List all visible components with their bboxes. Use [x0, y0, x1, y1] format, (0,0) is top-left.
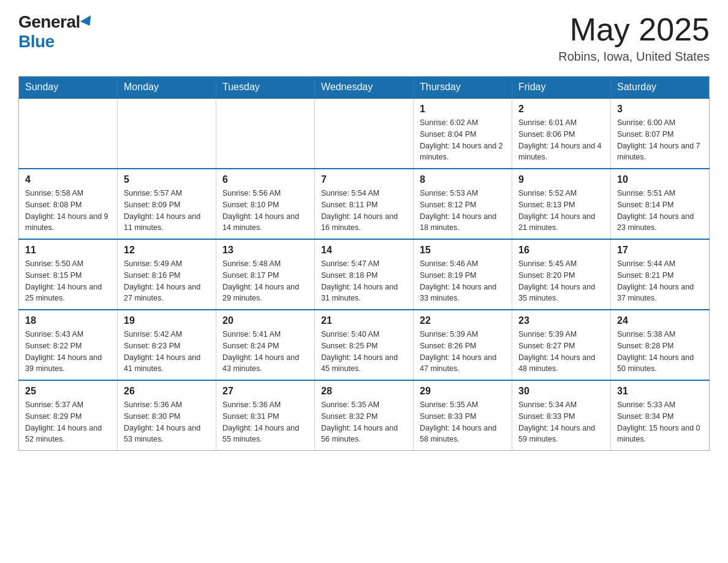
day-info: Sunrise: 5:37 AMSunset: 8:29 PMDaylight:…	[25, 399, 111, 445]
calendar-cell: 8Sunrise: 5:53 AMSunset: 8:12 PMDaylight…	[414, 169, 512, 239]
day-info: Sunrise: 5:57 AMSunset: 8:09 PMDaylight:…	[124, 188, 210, 234]
day-info: Sunrise: 5:35 AMSunset: 8:32 PMDaylight:…	[321, 399, 407, 445]
calendar-cell	[118, 98, 216, 169]
day-number: 23	[518, 315, 604, 326]
day-number: 31	[617, 386, 703, 397]
calendar-cell	[216, 98, 315, 169]
day-info: Sunrise: 5:42 AMSunset: 8:23 PMDaylight:…	[124, 329, 210, 375]
calendar-cell: 7Sunrise: 5:54 AMSunset: 8:11 PMDaylight…	[315, 169, 414, 239]
day-number: 29	[420, 386, 506, 397]
calendar-cell: 9Sunrise: 5:52 AMSunset: 8:13 PMDaylight…	[512, 169, 611, 239]
day-info: Sunrise: 5:49 AMSunset: 8:16 PMDaylight:…	[124, 258, 210, 304]
calendar-week-3: 11Sunrise: 5:50 AMSunset: 8:15 PMDayligh…	[19, 239, 710, 310]
calendar-week-4: 18Sunrise: 5:43 AMSunset: 8:22 PMDayligh…	[19, 310, 710, 380]
title-section: May 2025 Robins, Iowa, United States	[558, 12, 710, 64]
calendar-cell: 19Sunrise: 5:42 AMSunset: 8:23 PMDayligh…	[118, 310, 216, 380]
day-info: Sunrise: 5:46 AMSunset: 8:19 PMDaylight:…	[420, 258, 506, 304]
day-info: Sunrise: 5:48 AMSunset: 8:17 PMDaylight:…	[222, 258, 308, 304]
calendar-header-saturday: Saturday	[611, 77, 710, 99]
calendar-week-5: 25Sunrise: 5:37 AMSunset: 8:29 PMDayligh…	[19, 380, 710, 451]
day-info: Sunrise: 5:43 AMSunset: 8:22 PMDaylight:…	[25, 329, 111, 375]
day-number: 9	[518, 174, 604, 185]
day-number: 27	[222, 386, 308, 397]
day-number: 17	[617, 245, 703, 256]
calendar-cell: 16Sunrise: 5:45 AMSunset: 8:20 PMDayligh…	[512, 239, 611, 310]
calendar-cell: 2Sunrise: 6:01 AMSunset: 8:06 PMDaylight…	[512, 98, 611, 169]
day-info: Sunrise: 5:53 AMSunset: 8:12 PMDaylight:…	[420, 188, 506, 234]
logo: General Blue	[18, 12, 94, 52]
month-title: May 2025	[558, 12, 710, 47]
day-number: 10	[617, 174, 703, 185]
calendar-cell: 13Sunrise: 5:48 AMSunset: 8:17 PMDayligh…	[216, 239, 315, 310]
calendar-table: SundayMondayTuesdayWednesdayThursdayFrid…	[18, 76, 710, 451]
calendar-header-wednesday: Wednesday	[315, 77, 414, 99]
day-number: 16	[518, 245, 604, 256]
day-number: 2	[518, 104, 604, 115]
day-number: 14	[321, 245, 407, 256]
calendar-cell: 22Sunrise: 5:39 AMSunset: 8:26 PMDayligh…	[414, 310, 512, 380]
day-number: 5	[124, 174, 210, 185]
day-info: Sunrise: 5:47 AMSunset: 8:18 PMDaylight:…	[321, 258, 407, 304]
calendar-cell: 4Sunrise: 5:58 AMSunset: 8:08 PMDaylight…	[19, 169, 118, 239]
day-number: 18	[25, 315, 111, 326]
calendar-cell: 25Sunrise: 5:37 AMSunset: 8:29 PMDayligh…	[19, 380, 118, 451]
calendar-cell: 23Sunrise: 5:39 AMSunset: 8:27 PMDayligh…	[512, 310, 611, 380]
calendar-header-sunday: Sunday	[19, 77, 118, 99]
logo-arrow-icon	[80, 15, 95, 29]
day-info: Sunrise: 6:02 AMSunset: 8:04 PMDaylight:…	[420, 117, 506, 163]
day-number: 28	[321, 386, 407, 397]
calendar-cell: 24Sunrise: 5:38 AMSunset: 8:28 PMDayligh…	[611, 310, 710, 380]
day-number: 8	[420, 174, 506, 185]
day-info: Sunrise: 5:44 AMSunset: 8:21 PMDaylight:…	[617, 258, 703, 304]
day-number: 15	[420, 245, 506, 256]
day-info: Sunrise: 5:39 AMSunset: 8:27 PMDaylight:…	[518, 329, 604, 375]
page-header: General Blue May 2025 Robins, Iowa, Unit…	[18, 12, 710, 64]
day-number: 12	[124, 245, 210, 256]
calendar-header-thursday: Thursday	[414, 77, 512, 99]
day-info: Sunrise: 5:41 AMSunset: 8:24 PMDaylight:…	[222, 329, 308, 375]
calendar-cell	[315, 98, 414, 169]
day-info: Sunrise: 5:35 AMSunset: 8:33 PMDaylight:…	[420, 399, 506, 445]
day-info: Sunrise: 5:38 AMSunset: 8:28 PMDaylight:…	[617, 329, 703, 375]
day-info: Sunrise: 5:50 AMSunset: 8:15 PMDaylight:…	[25, 258, 111, 304]
calendar-cell: 11Sunrise: 5:50 AMSunset: 8:15 PMDayligh…	[19, 239, 118, 310]
day-info: Sunrise: 5:40 AMSunset: 8:25 PMDaylight:…	[321, 329, 407, 375]
day-number: 30	[518, 386, 604, 397]
calendar-cell: 15Sunrise: 5:46 AMSunset: 8:19 PMDayligh…	[414, 239, 512, 310]
calendar-week-2: 4Sunrise: 5:58 AMSunset: 8:08 PMDaylight…	[19, 169, 710, 239]
day-info: Sunrise: 6:01 AMSunset: 8:06 PMDaylight:…	[518, 117, 604, 163]
day-number: 21	[321, 315, 407, 326]
day-info: Sunrise: 5:33 AMSunset: 8:34 PMDaylight:…	[617, 399, 703, 445]
day-number: 4	[25, 174, 111, 185]
day-info: Sunrise: 5:45 AMSunset: 8:20 PMDaylight:…	[518, 258, 604, 304]
calendar-cell	[19, 98, 118, 169]
calendar-cell: 1Sunrise: 6:02 AMSunset: 8:04 PMDaylight…	[414, 98, 512, 169]
calendar-cell: 12Sunrise: 5:49 AMSunset: 8:16 PMDayligh…	[118, 239, 216, 310]
day-info: Sunrise: 5:36 AMSunset: 8:31 PMDaylight:…	[222, 399, 308, 445]
calendar-cell: 21Sunrise: 5:40 AMSunset: 8:25 PMDayligh…	[315, 310, 414, 380]
location-text: Robins, Iowa, United States	[558, 50, 710, 64]
calendar-cell: 26Sunrise: 5:36 AMSunset: 8:30 PMDayligh…	[118, 380, 216, 451]
day-number: 6	[222, 174, 308, 185]
calendar-cell: 27Sunrise: 5:36 AMSunset: 8:31 PMDayligh…	[216, 380, 315, 451]
day-info: Sunrise: 5:52 AMSunset: 8:13 PMDaylight:…	[518, 188, 604, 234]
day-number: 1	[420, 104, 506, 115]
day-info: Sunrise: 5:39 AMSunset: 8:26 PMDaylight:…	[420, 329, 506, 375]
day-number: 19	[124, 315, 210, 326]
day-number: 24	[617, 315, 703, 326]
calendar-cell: 10Sunrise: 5:51 AMSunset: 8:14 PMDayligh…	[611, 169, 710, 239]
calendar-cell: 30Sunrise: 5:34 AMSunset: 8:33 PMDayligh…	[512, 380, 611, 451]
calendar-cell: 17Sunrise: 5:44 AMSunset: 8:21 PMDayligh…	[611, 239, 710, 310]
day-number: 26	[124, 386, 210, 397]
day-info: Sunrise: 5:51 AMSunset: 8:14 PMDaylight:…	[617, 188, 703, 234]
logo-blue-text: Blue	[18, 32, 55, 52]
logo-general-text: General	[18, 12, 80, 32]
calendar-cell: 6Sunrise: 5:56 AMSunset: 8:10 PMDaylight…	[216, 169, 315, 239]
day-info: Sunrise: 6:00 AMSunset: 8:07 PMDaylight:…	[617, 117, 703, 163]
day-info: Sunrise: 5:58 AMSunset: 8:08 PMDaylight:…	[25, 188, 111, 234]
calendar-cell: 31Sunrise: 5:33 AMSunset: 8:34 PMDayligh…	[611, 380, 710, 451]
calendar-week-1: 1Sunrise: 6:02 AMSunset: 8:04 PMDaylight…	[19, 98, 710, 169]
calendar-cell: 5Sunrise: 5:57 AMSunset: 8:09 PMDaylight…	[118, 169, 216, 239]
calendar-header-friday: Friday	[512, 77, 611, 99]
calendar-header-row: SundayMondayTuesdayWednesdayThursdayFrid…	[19, 77, 710, 99]
